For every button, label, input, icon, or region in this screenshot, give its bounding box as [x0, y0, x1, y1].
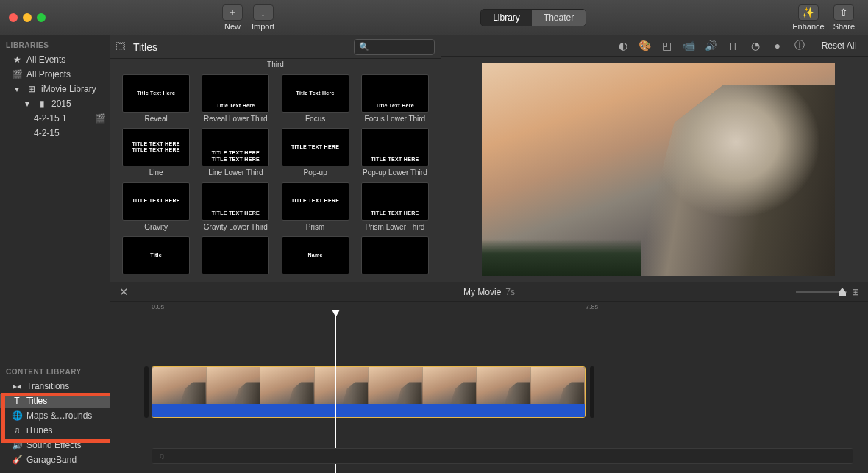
clapper-icon: 🎬 [12, 69, 22, 79]
volume-icon[interactable]: 🔊 [705, 40, 717, 51]
title-label: Gravity [144, 223, 168, 231]
sidebar-transitions[interactable]: ▸◂Transitions [0, 379, 110, 394]
theater-tab[interactable]: Theater [532, 10, 586, 26]
titles-browser: ⿴ Titles 🔍 Third Title Text HereRevealTi… [110, 35, 441, 282]
title-thumbnail: Name [282, 236, 349, 274]
title-thumbnail: TITLE TEXT HERE [282, 128, 349, 166]
clip-trim-right[interactable] [590, 366, 594, 418]
title-tile[interactable]: TITLE TEXT HEREPrism Lower Third [357, 182, 433, 232]
disclosure-icon: ▾ [22, 99, 32, 109]
viewer-panel: ◐ 🎨 ◰ 📹 🔊 ⫼ ◔ ● ⓘ Reset All [441, 35, 868, 282]
library-tab[interactable]: Library [481, 10, 532, 26]
close-timeline-icon[interactable]: ✕ [119, 285, 129, 299]
import-button[interactable]: ↓Import [247, 3, 279, 32]
titles-grid: Title Text HereRevealTitle Text HereReve… [110, 70, 441, 282]
sidebar-itunes[interactable]: ♫iTunes [0, 423, 110, 438]
sidebar-imovie-library[interactable]: ▾⊞iMovie Library [0, 82, 110, 96]
sidebar: LIBRARIES ★All Events 🎬All Projects ▾⊞iM… [0, 35, 110, 473]
title-tile[interactable] [197, 236, 274, 277]
library-icon: ⊞ [26, 84, 37, 94]
color-correct-icon[interactable]: 🎨 [639, 40, 651, 51]
zoom-slider[interactable] [796, 291, 847, 293]
libraries-header: LIBRARIES [0, 35, 110, 52]
sidebar-maps[interactable]: 🌐Maps &…rounds [0, 408, 110, 423]
title-label: Focus [305, 115, 325, 123]
new-button[interactable]: ＋New [218, 3, 247, 32]
sidebar-event-2[interactable]: 4-2-15 [0, 126, 110, 141]
title-tile[interactable]: TITLE TEXT HEREGravity [118, 182, 194, 232]
title-thumbnail: TITLE TEXT HERE [361, 182, 429, 221]
search-input[interactable]: 🔍 [354, 39, 435, 55]
stabilize-icon[interactable]: 📹 [683, 40, 695, 51]
speed-icon[interactable]: ◔ [750, 40, 761, 51]
viewer-toolbar: ◐ 🎨 ◰ 📹 🔊 ⫼ ◔ ● ⓘ Reset All [441, 35, 868, 57]
transitions-icon: ▸◂ [12, 381, 22, 391]
title-tile[interactable]: TITLE TEXT HEREPop-up [277, 128, 354, 177]
title-thumbnail [361, 236, 429, 274]
enhance-button[interactable]: ✨Enhance [788, 3, 828, 32]
zoom-window[interactable] [37, 13, 46, 22]
title-tile[interactable]: TITLE TEXT HEREGravity Lower Third [197, 182, 274, 232]
library-theater-segment[interactable]: Library Theater [480, 9, 586, 26]
music-track[interactable]: ♫ [152, 448, 853, 464]
sidebar-year-2015[interactable]: ▾▮2015 [0, 96, 110, 111]
title-tile[interactable]: Name [277, 236, 354, 277]
title-tile[interactable]: Title [118, 236, 194, 277]
title-tile[interactable]: Title Text HereReveal Lower Third [197, 74, 274, 124]
music-icon: ♫ [12, 425, 22, 435]
music-note-icon: ♫ [158, 451, 165, 461]
sidebar-event-1[interactable]: 4-2-15 1🎬 [0, 111, 110, 126]
title-tile[interactable]: TITLE TEXT HERE TITLE TEXT HERELine Lowe… [197, 128, 274, 177]
effects-icon[interactable]: ● [772, 40, 783, 51]
project-name: My Movie [463, 287, 501, 297]
video-clip[interactable] [152, 366, 586, 418]
sidebar-titles[interactable]: TTitles [0, 394, 110, 408]
sidebar-toggle-icon[interactable]: ⿴ [116, 41, 126, 52]
project-duration: 7s [505, 287, 515, 297]
title-label: Gravity Lower Third [204, 223, 268, 231]
title-label: Pop-up Lower Third [363, 168, 427, 177]
title-tile[interactable]: Title Text HereFocus Lower Third [357, 74, 433, 124]
title-thumbnail: Title Text Here [202, 74, 269, 113]
minimize-window[interactable] [23, 13, 32, 22]
title-tile[interactable]: Title Text HereFocus [277, 74, 354, 124]
clip-audio-waveform [152, 404, 585, 417]
title-label: Focus Lower Third [365, 115, 426, 123]
sidebar-all-projects[interactable]: 🎬All Projects [0, 67, 110, 82]
info-icon[interactable]: ⓘ [794, 40, 805, 51]
color-balance-icon[interactable]: ◐ [617, 40, 629, 51]
share-button[interactable]: ⇧Share [829, 3, 859, 32]
settings-icon[interactable]: ⊞ [852, 287, 859, 297]
sidebar-sound-effects[interactable]: 🔊Sound Effects [0, 438, 110, 452]
title-thumbnail: TITLE TEXT HERE [122, 182, 190, 221]
title-thumbnail: Title Text Here [282, 74, 349, 113]
disclosure-icon: ▾ [12, 84, 22, 94]
clapper-icon: 🎬 [95, 113, 105, 124]
speaker-icon: 🔊 [12, 440, 22, 450]
title-tile[interactable]: Title Text HereReveal [118, 74, 194, 124]
preview-canvas[interactable] [482, 63, 835, 276]
close-window[interactable] [9, 13, 18, 22]
content-library-header: CONTENT LIBRARY [0, 362, 110, 379]
sidebar-garageband[interactable]: 🎸GarageBand [0, 452, 110, 467]
timeline-ruler[interactable]: 0.0s 7.8s [110, 302, 868, 315]
reset-all-button[interactable]: Reset All [822, 40, 856, 51]
window-controls [9, 13, 46, 22]
timeline: ✕ My Movie 7s ⊞ 0.0s 7.8s [110, 282, 868, 473]
crop-icon[interactable]: ◰ [661, 40, 673, 51]
clip-trim-left[interactable] [144, 366, 149, 418]
toolbar: ＋New ↓Import Library Theater ✨Enhance ⇧S… [0, 0, 868, 35]
title-tile[interactable] [357, 236, 433, 277]
text-icon: T [12, 396, 22, 406]
equalizer-icon[interactable]: ⫼ [728, 40, 739, 51]
title-label: Prism Lower Third [365, 223, 424, 231]
guitar-icon: 🎸 [12, 455, 22, 465]
title-tile[interactable]: TITLE TEXT HEREPop-up Lower Third [357, 128, 433, 177]
star-icon: ★ [12, 54, 22, 65]
folder-icon: ▮ [37, 99, 47, 109]
title-tile[interactable]: TITLE TEXT HEREPrism [277, 182, 354, 232]
title-thumbnail: TITLE TEXT HERE TITLE TEXT HERE [202, 128, 269, 166]
sidebar-all-events[interactable]: ★All Events [0, 52, 110, 67]
title-label: Reveal Lower Third [204, 115, 268, 123]
title-tile[interactable]: TITLE TEXT HERE TITLE TEXT HERELine [118, 128, 194, 177]
